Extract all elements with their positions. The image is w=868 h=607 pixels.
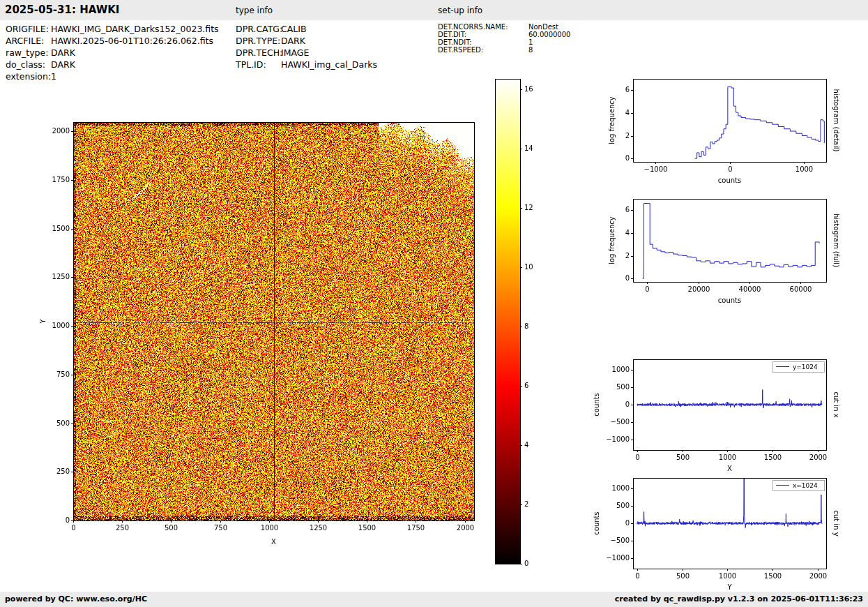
info-value: CALIB — [281, 24, 307, 34]
info-row: DET.NCORRS.NAME:NonDest — [438, 23, 570, 31]
info-row: do_class:DARK — [6, 59, 219, 70]
histogram-full-plot — [591, 188, 868, 308]
setup-info-heading: set-up info — [438, 6, 482, 15]
info-label: do_class: — [6, 59, 51, 70]
info-value: 1 — [51, 71, 56, 82]
info-value: HAWKI.2025-06-01T10:26:26.062.fits — [51, 36, 213, 46]
info-row: raw_type:DARK — [6, 47, 219, 59]
info-label: extension: — [6, 70, 51, 82]
info-label: ORIGFILE: — [6, 23, 51, 35]
info-value: 1 — [528, 38, 533, 46]
info-label: DPR.CATG: — [236, 23, 281, 35]
page-title: 2025-05-31: HAWKI — [5, 3, 119, 16]
info-label: TPL.ID: — [236, 59, 281, 70]
colorbar — [488, 73, 565, 572]
info-label: ARCFILE: — [6, 35, 51, 47]
info-value: IMAGE — [281, 47, 309, 58]
header-bar: 2025-05-31: HAWKI type info set-up info — [0, 0, 868, 20]
info-value: DARK — [51, 59, 75, 70]
info-row: extension:1 — [6, 70, 219, 82]
detector-image-plot — [21, 98, 488, 572]
info-value: DARK — [281, 36, 305, 46]
info-label: DET.NCORRS.NAME: — [438, 23, 528, 31]
info-row: ORIGFILE:HAWKI_IMG_DARK_Darks152_0023.fi… — [6, 23, 219, 35]
info-value: HAWKI_img_cal_Darks — [281, 59, 377, 70]
info-label: DPR.TYPE: — [236, 35, 281, 47]
type-info-block: DPR.CATG:CALIB DPR.TYPE:DARK DPR.TECH:IM… — [236, 23, 377, 70]
info-label: DET.NDIT: — [438, 38, 528, 46]
info-value: NonDest — [528, 23, 558, 31]
info-label: DPR.TECH: — [236, 47, 281, 59]
qc-rawdisp-page: 2025-05-31: HAWKI type info set-up info … — [0, 0, 868, 607]
info-label: raw_type: — [6, 47, 51, 59]
info-row: DPR.TECH:IMAGE — [236, 47, 377, 59]
setup-info-block: DET.NCORRS.NAME:NonDest DET.DIT:60.00000… — [438, 23, 570, 54]
info-value: 60.0000000 — [528, 31, 570, 38]
type-info-heading: type info — [236, 6, 273, 15]
info-row: DPR.TYPE:DARK — [236, 35, 377, 47]
info-row: TPL.ID:HAWKI_img_cal_Darks — [236, 59, 377, 70]
info-value: DARK — [51, 47, 75, 58]
info-value: 8 — [528, 46, 533, 54]
footer-credit: created by qc_rawdisp.py v1.2.3 on 2025-… — [615, 594, 863, 604]
footer-qc-link[interactable]: powered by QC: www.eso.org/HC — [5, 594, 147, 604]
info-value: HAWKI_IMG_DARK_Darks152_0023.fits — [51, 24, 219, 34]
file-info-block: ORIGFILE:HAWKI_IMG_DARK_Darks152_0023.fi… — [6, 23, 219, 82]
cut-in-x-plot — [591, 349, 868, 474]
info-row: DPR.CATG:CALIB — [236, 23, 377, 35]
cut-in-y-plot — [591, 467, 868, 593]
info-row: DET.NDIT:1 — [438, 38, 570, 46]
histogram-detail-plot — [591, 68, 868, 188]
info-row: DET.RSPEED:8 — [438, 46, 570, 54]
info-label: DET.RSPEED: — [438, 46, 528, 54]
info-label: DET.DIT: — [438, 31, 528, 38]
info-row: ARCFILE:HAWKI.2025-06-01T10:26:26.062.fi… — [6, 35, 219, 47]
footer-bar: powered by QC: www.eso.org/HC created by… — [0, 592, 868, 607]
info-row: DET.DIT:60.0000000 — [438, 31, 570, 38]
